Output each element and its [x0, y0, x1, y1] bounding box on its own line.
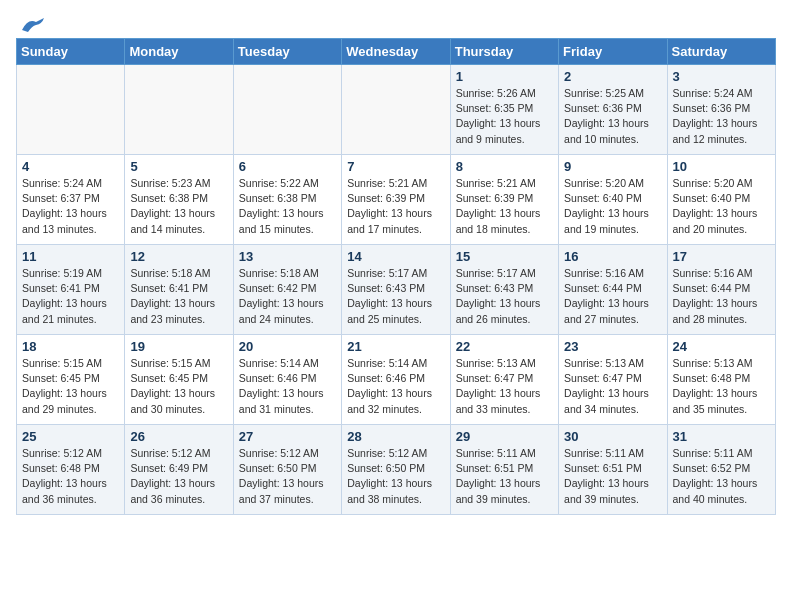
day-info: Sunrise: 5:15 AM Sunset: 6:45 PM Dayligh… [130, 356, 227, 417]
day-info: Sunrise: 5:24 AM Sunset: 6:36 PM Dayligh… [673, 86, 770, 147]
day-number: 15 [456, 249, 553, 264]
day-info: Sunrise: 5:16 AM Sunset: 6:44 PM Dayligh… [564, 266, 661, 327]
calendar-day-cell: 11Sunrise: 5:19 AM Sunset: 6:41 PM Dayli… [17, 245, 125, 335]
day-info: Sunrise: 5:15 AM Sunset: 6:45 PM Dayligh… [22, 356, 119, 417]
day-number: 27 [239, 429, 336, 444]
calendar-header-row: SundayMondayTuesdayWednesdayThursdayFrid… [17, 39, 776, 65]
day-info: Sunrise: 5:22 AM Sunset: 6:38 PM Dayligh… [239, 176, 336, 237]
day-number: 3 [673, 69, 770, 84]
calendar-day-cell: 21Sunrise: 5:14 AM Sunset: 6:46 PM Dayli… [342, 335, 450, 425]
empty-cell [342, 65, 450, 155]
day-info: Sunrise: 5:17 AM Sunset: 6:43 PM Dayligh… [347, 266, 444, 327]
calendar-day-cell: 4Sunrise: 5:24 AM Sunset: 6:37 PM Daylig… [17, 155, 125, 245]
day-number: 24 [673, 339, 770, 354]
day-number: 30 [564, 429, 661, 444]
day-number: 31 [673, 429, 770, 444]
calendar-week-row: 4Sunrise: 5:24 AM Sunset: 6:37 PM Daylig… [17, 155, 776, 245]
day-number: 9 [564, 159, 661, 174]
day-number: 29 [456, 429, 553, 444]
day-number: 20 [239, 339, 336, 354]
calendar-day-cell: 5Sunrise: 5:23 AM Sunset: 6:38 PM Daylig… [125, 155, 233, 245]
day-number: 18 [22, 339, 119, 354]
calendar-day-cell: 13Sunrise: 5:18 AM Sunset: 6:42 PM Dayli… [233, 245, 341, 335]
day-info: Sunrise: 5:14 AM Sunset: 6:46 PM Dayligh… [347, 356, 444, 417]
day-number: 4 [22, 159, 119, 174]
day-number: 28 [347, 429, 444, 444]
header-sunday: Sunday [17, 39, 125, 65]
calendar-day-cell: 3Sunrise: 5:24 AM Sunset: 6:36 PM Daylig… [667, 65, 775, 155]
calendar-week-row: 1Sunrise: 5:26 AM Sunset: 6:35 PM Daylig… [17, 65, 776, 155]
calendar-day-cell: 27Sunrise: 5:12 AM Sunset: 6:50 PM Dayli… [233, 425, 341, 515]
day-info: Sunrise: 5:11 AM Sunset: 6:52 PM Dayligh… [673, 446, 770, 507]
day-number: 11 [22, 249, 119, 264]
calendar-day-cell: 22Sunrise: 5:13 AM Sunset: 6:47 PM Dayli… [450, 335, 558, 425]
day-info: Sunrise: 5:20 AM Sunset: 6:40 PM Dayligh… [564, 176, 661, 237]
logo-bird-icon [20, 16, 46, 34]
empty-cell [125, 65, 233, 155]
day-number: 5 [130, 159, 227, 174]
day-number: 16 [564, 249, 661, 264]
day-info: Sunrise: 5:12 AM Sunset: 6:48 PM Dayligh… [22, 446, 119, 507]
day-info: Sunrise: 5:26 AM Sunset: 6:35 PM Dayligh… [456, 86, 553, 147]
day-info: Sunrise: 5:11 AM Sunset: 6:51 PM Dayligh… [456, 446, 553, 507]
day-info: Sunrise: 5:14 AM Sunset: 6:46 PM Dayligh… [239, 356, 336, 417]
day-info: Sunrise: 5:16 AM Sunset: 6:44 PM Dayligh… [673, 266, 770, 327]
day-number: 26 [130, 429, 227, 444]
day-info: Sunrise: 5:21 AM Sunset: 6:39 PM Dayligh… [347, 176, 444, 237]
calendar-day-cell: 7Sunrise: 5:21 AM Sunset: 6:39 PM Daylig… [342, 155, 450, 245]
day-info: Sunrise: 5:17 AM Sunset: 6:43 PM Dayligh… [456, 266, 553, 327]
day-number: 12 [130, 249, 227, 264]
calendar-day-cell: 29Sunrise: 5:11 AM Sunset: 6:51 PM Dayli… [450, 425, 558, 515]
calendar-day-cell: 14Sunrise: 5:17 AM Sunset: 6:43 PM Dayli… [342, 245, 450, 335]
header-saturday: Saturday [667, 39, 775, 65]
calendar-day-cell: 26Sunrise: 5:12 AM Sunset: 6:49 PM Dayli… [125, 425, 233, 515]
calendar-day-cell: 9Sunrise: 5:20 AM Sunset: 6:40 PM Daylig… [559, 155, 667, 245]
day-number: 21 [347, 339, 444, 354]
day-info: Sunrise: 5:21 AM Sunset: 6:39 PM Dayligh… [456, 176, 553, 237]
day-number: 13 [239, 249, 336, 264]
day-number: 10 [673, 159, 770, 174]
calendar-day-cell: 2Sunrise: 5:25 AM Sunset: 6:36 PM Daylig… [559, 65, 667, 155]
day-info: Sunrise: 5:12 AM Sunset: 6:49 PM Dayligh… [130, 446, 227, 507]
day-info: Sunrise: 5:13 AM Sunset: 6:48 PM Dayligh… [673, 356, 770, 417]
header-tuesday: Tuesday [233, 39, 341, 65]
day-info: Sunrise: 5:12 AM Sunset: 6:50 PM Dayligh… [239, 446, 336, 507]
day-number: 8 [456, 159, 553, 174]
day-info: Sunrise: 5:20 AM Sunset: 6:40 PM Dayligh… [673, 176, 770, 237]
calendar-day-cell: 31Sunrise: 5:11 AM Sunset: 6:52 PM Dayli… [667, 425, 775, 515]
calendar-day-cell: 17Sunrise: 5:16 AM Sunset: 6:44 PM Dayli… [667, 245, 775, 335]
calendar-day-cell: 8Sunrise: 5:21 AM Sunset: 6:39 PM Daylig… [450, 155, 558, 245]
day-number: 1 [456, 69, 553, 84]
day-number: 6 [239, 159, 336, 174]
day-number: 25 [22, 429, 119, 444]
day-number: 23 [564, 339, 661, 354]
day-number: 17 [673, 249, 770, 264]
calendar-day-cell: 28Sunrise: 5:12 AM Sunset: 6:50 PM Dayli… [342, 425, 450, 515]
day-number: 14 [347, 249, 444, 264]
calendar-day-cell: 15Sunrise: 5:17 AM Sunset: 6:43 PM Dayli… [450, 245, 558, 335]
calendar-week-row: 18Sunrise: 5:15 AM Sunset: 6:45 PM Dayli… [17, 335, 776, 425]
calendar-day-cell: 10Sunrise: 5:20 AM Sunset: 6:40 PM Dayli… [667, 155, 775, 245]
header-thursday: Thursday [450, 39, 558, 65]
page-header [16, 16, 776, 30]
day-info: Sunrise: 5:23 AM Sunset: 6:38 PM Dayligh… [130, 176, 227, 237]
calendar-table: SundayMondayTuesdayWednesdayThursdayFrid… [16, 38, 776, 515]
day-number: 7 [347, 159, 444, 174]
calendar-week-row: 11Sunrise: 5:19 AM Sunset: 6:41 PM Dayli… [17, 245, 776, 335]
calendar-day-cell: 1Sunrise: 5:26 AM Sunset: 6:35 PM Daylig… [450, 65, 558, 155]
calendar-day-cell: 25Sunrise: 5:12 AM Sunset: 6:48 PM Dayli… [17, 425, 125, 515]
header-monday: Monday [125, 39, 233, 65]
calendar-day-cell: 12Sunrise: 5:18 AM Sunset: 6:41 PM Dayli… [125, 245, 233, 335]
day-info: Sunrise: 5:13 AM Sunset: 6:47 PM Dayligh… [564, 356, 661, 417]
logo [16, 16, 46, 30]
calendar-day-cell: 23Sunrise: 5:13 AM Sunset: 6:47 PM Dayli… [559, 335, 667, 425]
calendar-day-cell: 19Sunrise: 5:15 AM Sunset: 6:45 PM Dayli… [125, 335, 233, 425]
calendar-day-cell: 20Sunrise: 5:14 AM Sunset: 6:46 PM Dayli… [233, 335, 341, 425]
empty-cell [17, 65, 125, 155]
day-info: Sunrise: 5:18 AM Sunset: 6:42 PM Dayligh… [239, 266, 336, 327]
day-number: 22 [456, 339, 553, 354]
empty-cell [233, 65, 341, 155]
day-info: Sunrise: 5:11 AM Sunset: 6:51 PM Dayligh… [564, 446, 661, 507]
calendar-day-cell: 18Sunrise: 5:15 AM Sunset: 6:45 PM Dayli… [17, 335, 125, 425]
header-wednesday: Wednesday [342, 39, 450, 65]
